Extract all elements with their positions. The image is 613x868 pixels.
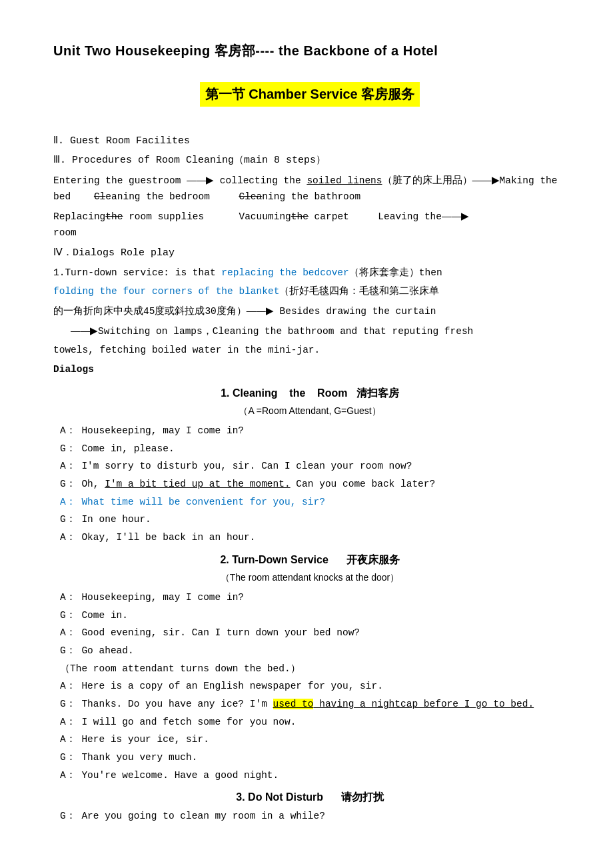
roman3: Ⅲ. Procedures of Room Cleaning（main 8 st… bbox=[53, 153, 566, 169]
para1-cont2: 的一角折向床中央成45度或斜拉成30度角）——▶ Besides drawing… bbox=[53, 303, 566, 320]
d2-line4: G： Go ahead. bbox=[60, 643, 566, 659]
para1: 1.Turn-down service: is that replacing t… bbox=[53, 265, 566, 281]
main-title-text: Unit Two Housekeeping 客房部---- the Backbo… bbox=[53, 43, 438, 58]
page-container: Unit Two Housekeeping 客房部---- the Backbo… bbox=[53, 40, 566, 824]
d1-line1: A： Housekeeping, may I come in? bbox=[60, 423, 566, 439]
dialog3-title: 3. Do Not Disturb 请勿打扰 bbox=[53, 789, 566, 806]
dialog1-title: 1. Cleaning the Room 清扫客房 bbox=[53, 385, 566, 402]
d3-line1: G： Are you going to clean my room in a w… bbox=[60, 808, 566, 825]
d1-line4: G： Oh, I'm a bit tied up at the moment. … bbox=[60, 476, 566, 493]
d2-line11: A： You're welcome. Have a good night. bbox=[60, 767, 566, 784]
d2-line9: A： Here is your ice, sir. bbox=[60, 731, 566, 748]
d2-line1: A： Housekeeping, may I come in? bbox=[60, 589, 566, 606]
main-title: Unit Two Housekeeping 客房部---- the Backbo… bbox=[53, 40, 566, 62]
d2-line3: A： Good evening, sir. Can I turn down yo… bbox=[60, 625, 566, 641]
d2-line6: A： Here is a copy of an English newspape… bbox=[60, 678, 566, 695]
section-heading-wrapper: 第一节 Chamber Service 客房服务 bbox=[53, 82, 566, 120]
d2-line10: G： Thank you very much. bbox=[60, 749, 566, 766]
section-heading: 第一节 Chamber Service 客房服务 bbox=[200, 82, 420, 107]
d1-line2: G： Come in, please. bbox=[60, 441, 566, 457]
d2-line8: A： I will go and fetch some for you now. bbox=[60, 714, 566, 731]
d2-line7: G： Thanks. Do you have any ice? I'm used… bbox=[60, 696, 566, 713]
d1-line3: A： I'm sorry to disturb you, sir. Can I … bbox=[60, 458, 566, 475]
roman2: Ⅱ. Guest Room Facilites bbox=[53, 133, 566, 150]
para1-cont: folding the four corners of the blanket（… bbox=[53, 283, 566, 300]
dialog1-subtitle: （A =Room Attendant, G=Guest） bbox=[53, 403, 566, 419]
dialog2-title: 2. Turn-Down Service 开夜床服务 bbox=[53, 551, 566, 569]
d1-line7: A： Okay, I'll be back in an hour. bbox=[60, 529, 566, 546]
dialogs-label: Dialogs bbox=[53, 361, 566, 378]
d2-line5: （The room attendant turns down the bed.） bbox=[60, 661, 566, 677]
roman4: Ⅳ．Dialogs Role play bbox=[53, 245, 566, 262]
d2-line2: G： Come in. bbox=[60, 607, 566, 624]
d1-line6: G： In one hour. bbox=[60, 511, 566, 528]
d1-line5: A： What time will be convenient for you,… bbox=[60, 494, 566, 511]
para1-cont3: ——▶Switching on lamps，Cleaning the bathr… bbox=[53, 323, 566, 340]
dialog2-subtitle: （The room attendant knocks at the door） bbox=[53, 570, 566, 585]
para1-cont4: towels, fetching boiled water in the min… bbox=[53, 342, 566, 359]
procedures-line1: Entering the guestroom ——▶ collecting th… bbox=[53, 172, 566, 205]
procedures-line2: Replacingthe room supplies Vacuumingthe … bbox=[53, 208, 566, 241]
